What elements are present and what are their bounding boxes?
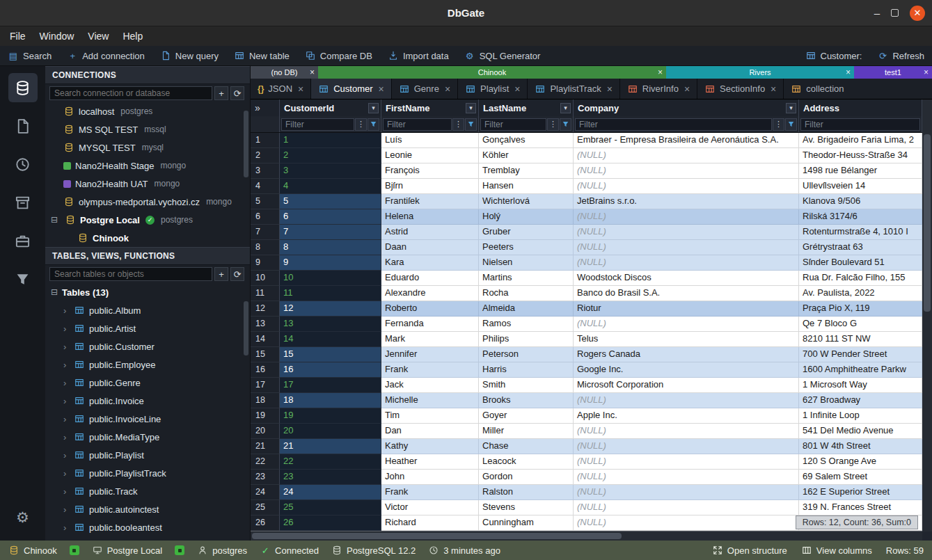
- rail-plugins-button[interactable]: [8, 226, 38, 255]
- cell-address[interactable]: 1498 rue Bélanger: [799, 163, 922, 179]
- tab-group-rivers[interactable]: Rivers×: [666, 66, 854, 79]
- cell-customerid[interactable]: 20: [280, 424, 381, 439]
- cell-lastname[interactable]: Stevens: [479, 500, 574, 515]
- filter-funnel-button[interactable]: [785, 118, 797, 131]
- cell-address[interactable]: 319 N. Frances Street: [799, 500, 922, 515]
- cell-firstname[interactable]: Frank: [381, 362, 479, 378]
- cell-firstname[interactable]: Fernanda: [381, 317, 479, 332]
- cell-company[interactable]: (NULL): [574, 317, 799, 332]
- toolbar-customer-button[interactable]: Customer:: [798, 46, 870, 65]
- cell-firstname[interactable]: Dan: [381, 424, 479, 439]
- row-number[interactable]: 1: [251, 133, 280, 148]
- row-number[interactable]: 14: [251, 332, 280, 347]
- cell-address[interactable]: Ullevſlsveien 14: [799, 179, 922, 194]
- column-header-address[interactable]: Address: [799, 99, 922, 116]
- close-icon[interactable]: ×: [298, 83, 303, 95]
- cell-company[interactable]: (NULL): [574, 255, 799, 271]
- cell-address[interactable]: 627 Broadway: [799, 393, 922, 408]
- column-header-customerid[interactable]: CustomerId▾: [280, 99, 381, 116]
- toolbar-new-query-button[interactable]: New query: [152, 46, 226, 65]
- table-item-public-playlisttrack[interactable]: ›public.PlaylistTrack: [45, 464, 250, 482]
- tab-group-no-db[interactable]: (no DB)×: [251, 66, 318, 79]
- connection-postgre-local[interactable]: ⊟Postgre Local✓postgres: [45, 211, 250, 229]
- cell-customerid[interactable]: 1: [280, 133, 381, 148]
- cell-company[interactable]: Embraer - Empresa Brasileira de Aeronáut…: [574, 133, 799, 148]
- cell-company[interactable]: JetBrains s.r.o.: [574, 194, 799, 209]
- connection-olympus-medportal-vychozi-cz[interactable]: olympus-medportal.vychozi.czmongo: [45, 193, 250, 211]
- cell-company[interactable]: Telus: [574, 332, 799, 347]
- cell-customerid[interactable]: 7: [280, 225, 381, 240]
- cell-company[interactable]: (NULL): [574, 454, 799, 470]
- status-view-columns[interactable]: View columns: [801, 545, 872, 556]
- vertical-scrollbar[interactable]: [922, 99, 932, 531]
- cell-firstname[interactable]: Kara: [381, 255, 479, 271]
- toolbar-sql-generator-button[interactable]: ⚙SQL Generator: [457, 46, 548, 65]
- cell-firstname[interactable]: Bjſrn: [381, 179, 479, 194]
- cell-lastname[interactable]: Martins: [479, 271, 574, 286]
- cell-lastname[interactable]: Gruber: [479, 225, 574, 240]
- toolbar-import-data-button[interactable]: Import data: [380, 46, 457, 65]
- cell-lastname[interactable]: Köhler: [479, 148, 574, 163]
- cell-customerid[interactable]: 10: [280, 271, 381, 286]
- cell-firstname[interactable]: Roberto: [381, 301, 479, 317]
- cell-lastname[interactable]: Goyer: [479, 408, 574, 424]
- cell-firstname[interactable]: Eduardo: [381, 271, 479, 286]
- row-number[interactable]: 5: [251, 194, 280, 209]
- rail-filters-button[interactable]: [8, 264, 38, 294]
- chevron-right-icon[interactable]: ›: [63, 414, 70, 424]
- objects-search-input[interactable]: [49, 267, 212, 281]
- filter-funnel-button[interactable]: [465, 118, 477, 131]
- table-item-public-booleantest[interactable]: ›public.booleantest: [45, 518, 250, 536]
- filter-input-firstname[interactable]: [383, 118, 452, 131]
- column-header-firstname[interactable]: FirstName▾: [381, 99, 479, 116]
- tab-sectioninfo[interactable]: SectionInfo×: [697, 79, 784, 99]
- close-icon[interactable]: ×: [771, 83, 776, 95]
- connection-localhost[interactable]: localhostpostgres: [45, 102, 250, 120]
- cell-lastname[interactable]: Tremblay: [479, 163, 574, 179]
- cell-address[interactable]: Sſnder Boulevard 51: [799, 255, 922, 271]
- cell-firstname[interactable]: Alexandre: [381, 286, 479, 301]
- close-icon[interactable]: ×: [379, 83, 384, 95]
- cell-firstname[interactable]: Jennifer: [381, 347, 479, 362]
- connection-mysql-test[interactable]: MYSQL TESTmysql: [45, 138, 250, 157]
- cell-customerid[interactable]: 14: [280, 332, 381, 347]
- cell-customerid[interactable]: 11: [280, 286, 381, 301]
- cell-customerid[interactable]: 2: [280, 148, 381, 163]
- collapse-icon[interactable]: ⊟: [51, 215, 61, 225]
- cell-lastname[interactable]: Smith: [479, 378, 574, 393]
- cell-address[interactable]: Klanova 9/506: [799, 194, 922, 209]
- close-icon[interactable]: ×: [607, 83, 613, 95]
- close-icon[interactable]: ×: [514, 83, 520, 95]
- cell-lastname[interactable]: Leacock: [479, 454, 574, 470]
- chevron-right-icon[interactable]: ›: [63, 396, 70, 406]
- cell-customerid[interactable]: 18: [280, 393, 381, 408]
- close-icon[interactable]: ×: [684, 83, 690, 95]
- cell-customerid[interactable]: 26: [280, 515, 381, 531]
- cell-lastname[interactable]: Gordon: [479, 470, 574, 485]
- sidebar-scrollbar-2[interactable]: [244, 301, 248, 355]
- cell-customerid[interactable]: 8: [280, 240, 381, 255]
- toolbar-compare-db-button[interactable]: Compare DB: [297, 46, 380, 65]
- cell-address[interactable]: 1 Microsoft Way: [799, 378, 922, 393]
- refresh-objects-button[interactable]: ⟳: [230, 267, 244, 281]
- chevron-right-icon[interactable]: ›: [63, 522, 70, 533]
- cell-firstname[interactable]: Frantiſek: [381, 194, 479, 209]
- cell-customerid[interactable]: 5: [280, 194, 381, 209]
- row-number[interactable]: 16: [251, 362, 280, 378]
- cell-address[interactable]: Av. Paulista, 2022: [799, 286, 922, 301]
- cell-company[interactable]: Apple Inc.: [574, 408, 799, 424]
- chevron-right-icon[interactable]: ›: [63, 360, 70, 370]
- add-object-mini-button[interactable]: +: [214, 267, 228, 281]
- cell-company[interactable]: (NULL): [574, 485, 799, 500]
- table-item-public-track[interactable]: ›public.Track: [45, 482, 250, 500]
- tab-group-test1[interactable]: test1×: [854, 66, 932, 79]
- close-icon[interactable]: ×: [310, 67, 315, 77]
- tab-playlist[interactable]: Playlist×: [458, 79, 528, 99]
- column-dropdown-button[interactable]: ▾: [368, 103, 379, 113]
- row-number[interactable]: 9: [251, 255, 280, 271]
- add-connection-mini-button[interactable]: +: [214, 86, 228, 100]
- row-number[interactable]: 18: [251, 393, 280, 408]
- chevron-right-icon[interactable]: ›: [63, 432, 70, 442]
- table-item-public-customer[interactable]: ›public.Customer: [45, 337, 250, 355]
- cell-lastname[interactable]: Miller: [479, 424, 574, 439]
